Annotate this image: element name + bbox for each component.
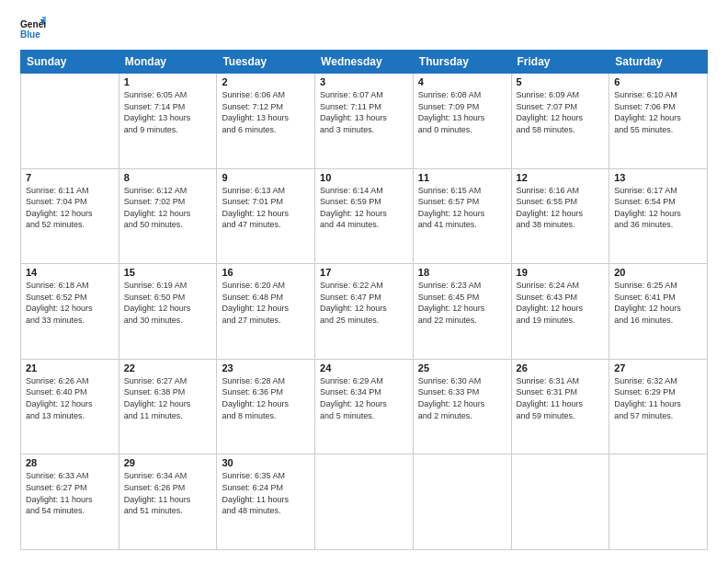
cell-content: Sunrise: 6:19 AM Sunset: 6:50 PM Dayligh… (124, 280, 212, 326)
day-number: 5 (517, 76, 605, 87)
calendar-cell: 13Sunrise: 6:17 AM Sunset: 6:54 PM Dayli… (609, 168, 708, 264)
cell-content: Sunrise: 6:27 AM Sunset: 6:38 PM Dayligh… (124, 375, 212, 421)
day-number: 14 (26, 267, 114, 278)
day-number: 21 (26, 362, 114, 373)
cell-content: Sunrise: 6:10 AM Sunset: 7:06 PM Dayligh… (614, 89, 702, 135)
calendar-cell: 8Sunrise: 6:12 AM Sunset: 7:02 PM Daylig… (119, 168, 217, 264)
calendar-cell: 9Sunrise: 6:13 AM Sunset: 7:01 PM Daylig… (217, 168, 315, 264)
day-number: 28 (26, 457, 114, 468)
header-monday: Monday (119, 51, 217, 74)
header-thursday: Thursday (413, 51, 511, 74)
day-number: 18 (418, 267, 506, 278)
calendar-cell: 14Sunrise: 6:18 AM Sunset: 6:52 PM Dayli… (21, 264, 119, 360)
calendar-cell: 23Sunrise: 6:28 AM Sunset: 6:36 PM Dayli… (217, 359, 315, 454)
cell-content: Sunrise: 6:18 AM Sunset: 6:52 PM Dayligh… (26, 280, 114, 326)
calendar-cell: 30Sunrise: 6:35 AM Sunset: 6:24 PM Dayli… (217, 454, 315, 550)
calendar-cell: 11Sunrise: 6:15 AM Sunset: 6:57 PM Dayli… (413, 168, 511, 264)
calendar-table: SundayMondayTuesdayWednesdayThursdayFrid… (20, 50, 708, 550)
header: General Blue (20, 17, 708, 42)
cell-content: Sunrise: 6:20 AM Sunset: 6:48 PM Dayligh… (222, 280, 310, 326)
calendar-cell: 16Sunrise: 6:20 AM Sunset: 6:48 PM Dayli… (217, 264, 315, 360)
calendar-cell: 5Sunrise: 6:09 AM Sunset: 7:07 PM Daylig… (511, 74, 609, 169)
calendar-cell (21, 74, 119, 169)
calendar-cell: 1Sunrise: 6:05 AM Sunset: 7:14 PM Daylig… (119, 74, 217, 169)
calendar-cell: 21Sunrise: 6:26 AM Sunset: 6:40 PM Dayli… (21, 359, 119, 454)
calendar-cell (609, 454, 708, 550)
day-number: 27 (614, 362, 702, 373)
day-number: 11 (418, 172, 506, 183)
cell-content: Sunrise: 6:14 AM Sunset: 6:59 PM Dayligh… (320, 185, 408, 231)
calendar-cell: 26Sunrise: 6:31 AM Sunset: 6:31 PM Dayli… (511, 359, 609, 454)
cell-content: Sunrise: 6:35 AM Sunset: 6:24 PM Dayligh… (222, 470, 310, 516)
header-wednesday: Wednesday (315, 51, 414, 74)
cell-content: Sunrise: 6:05 AM Sunset: 7:14 PM Dayligh… (124, 89, 212, 135)
cell-content: Sunrise: 6:28 AM Sunset: 6:36 PM Dayligh… (222, 375, 310, 421)
header-tuesday: Tuesday (217, 51, 315, 74)
week-row-1: 1Sunrise: 6:05 AM Sunset: 7:14 PM Daylig… (21, 74, 708, 169)
day-number: 19 (517, 267, 605, 278)
calendar-cell: 10Sunrise: 6:14 AM Sunset: 6:59 PM Dayli… (315, 168, 414, 264)
day-number: 29 (124, 457, 212, 468)
day-number: 26 (517, 362, 605, 373)
page: General Blue SundayMondayTuesdayWednesda… (0, 0, 728, 563)
week-row-2: 7Sunrise: 6:11 AM Sunset: 7:04 PM Daylig… (21, 168, 708, 264)
cell-content: Sunrise: 6:07 AM Sunset: 7:11 PM Dayligh… (320, 89, 408, 135)
calendar-cell (315, 454, 414, 550)
calendar-header-row: SundayMondayTuesdayWednesdayThursdayFrid… (21, 51, 708, 74)
cell-content: Sunrise: 6:17 AM Sunset: 6:54 PM Dayligh… (614, 185, 702, 231)
cell-content: Sunrise: 6:29 AM Sunset: 6:34 PM Dayligh… (320, 375, 408, 421)
calendar-cell (413, 454, 511, 550)
cell-content: Sunrise: 6:06 AM Sunset: 7:12 PM Dayligh… (222, 89, 310, 135)
day-number: 23 (222, 362, 310, 373)
day-number: 25 (418, 362, 506, 373)
cell-content: Sunrise: 6:25 AM Sunset: 6:41 PM Dayligh… (614, 280, 702, 326)
day-number: 17 (320, 267, 408, 278)
calendar-cell: 24Sunrise: 6:29 AM Sunset: 6:34 PM Dayli… (315, 359, 414, 454)
calendar-cell (511, 454, 609, 550)
header-sunday: Sunday (21, 51, 119, 74)
day-number: 9 (222, 172, 310, 183)
day-number: 30 (222, 457, 310, 468)
cell-content: Sunrise: 6:34 AM Sunset: 6:26 PM Dayligh… (124, 470, 212, 516)
header-friday: Friday (511, 51, 609, 74)
day-number: 3 (320, 76, 408, 87)
cell-content: Sunrise: 6:24 AM Sunset: 6:43 PM Dayligh… (517, 280, 605, 326)
week-row-4: 21Sunrise: 6:26 AM Sunset: 6:40 PM Dayli… (21, 359, 708, 454)
calendar-cell: 2Sunrise: 6:06 AM Sunset: 7:12 PM Daylig… (217, 74, 315, 169)
calendar-cell: 20Sunrise: 6:25 AM Sunset: 6:41 PM Dayli… (609, 264, 708, 360)
day-number: 24 (320, 362, 408, 373)
day-number: 4 (418, 76, 506, 87)
calendar-cell: 27Sunrise: 6:32 AM Sunset: 6:29 PM Dayli… (609, 359, 708, 454)
day-number: 8 (124, 172, 212, 183)
calendar-cell: 29Sunrise: 6:34 AM Sunset: 6:26 PM Dayli… (119, 454, 217, 550)
header-saturday: Saturday (609, 51, 708, 74)
cell-content: Sunrise: 6:32 AM Sunset: 6:29 PM Dayligh… (614, 375, 702, 421)
week-row-5: 28Sunrise: 6:33 AM Sunset: 6:27 PM Dayli… (21, 454, 708, 550)
cell-content: Sunrise: 6:31 AM Sunset: 6:31 PM Dayligh… (517, 375, 605, 421)
day-number: 13 (614, 172, 702, 183)
calendar-cell: 15Sunrise: 6:19 AM Sunset: 6:50 PM Dayli… (119, 264, 217, 360)
cell-content: Sunrise: 6:12 AM Sunset: 7:02 PM Dayligh… (124, 185, 212, 231)
day-number: 7 (26, 172, 114, 183)
cell-content: Sunrise: 6:11 AM Sunset: 7:04 PM Dayligh… (26, 185, 114, 231)
day-number: 15 (124, 267, 212, 278)
calendar-cell: 19Sunrise: 6:24 AM Sunset: 6:43 PM Dayli… (511, 264, 609, 360)
day-number: 22 (124, 362, 212, 373)
cell-content: Sunrise: 6:30 AM Sunset: 6:33 PM Dayligh… (418, 375, 506, 421)
week-row-3: 14Sunrise: 6:18 AM Sunset: 6:52 PM Dayli… (21, 264, 708, 360)
cell-content: Sunrise: 6:23 AM Sunset: 6:45 PM Dayligh… (418, 280, 506, 326)
cell-content: Sunrise: 6:26 AM Sunset: 6:40 PM Dayligh… (26, 375, 114, 421)
logo-icon: General Blue (20, 17, 46, 42)
cell-content: Sunrise: 6:08 AM Sunset: 7:09 PM Dayligh… (418, 89, 506, 135)
day-number: 20 (614, 267, 702, 278)
svg-text:Blue: Blue (20, 29, 40, 40)
calendar-cell: 12Sunrise: 6:16 AM Sunset: 6:55 PM Dayli… (511, 168, 609, 264)
day-number: 6 (614, 76, 702, 87)
calendar-cell: 3Sunrise: 6:07 AM Sunset: 7:11 PM Daylig… (315, 74, 414, 169)
logo: General Blue (20, 17, 46, 42)
calendar-cell: 28Sunrise: 6:33 AM Sunset: 6:27 PM Dayli… (21, 454, 119, 550)
cell-content: Sunrise: 6:15 AM Sunset: 6:57 PM Dayligh… (418, 185, 506, 231)
calendar-cell: 22Sunrise: 6:27 AM Sunset: 6:38 PM Dayli… (119, 359, 217, 454)
day-number: 2 (222, 76, 310, 87)
cell-content: Sunrise: 6:22 AM Sunset: 6:47 PM Dayligh… (320, 280, 408, 326)
